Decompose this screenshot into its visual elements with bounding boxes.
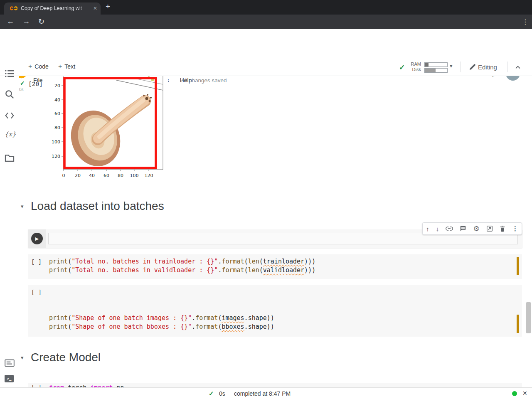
code-cell-trainloader[interactable]: [ ] print("Total no. batches in trainloa… — [28, 254, 522, 279]
more-cell-actions-icon[interactable]: ⋮ — [512, 225, 518, 232]
code-content[interactable]: print("Total no. batches in trainloader … — [49, 258, 315, 275]
files-icon[interactable] — [5, 153, 15, 163]
connected-check-icon: ✓ — [399, 63, 405, 72]
tab-title: Copy of Deep Learning wit — [21, 5, 88, 11]
svg-text:40: 40 — [89, 173, 95, 178]
colab-logo-icon — [10, 5, 17, 11]
forward-icon[interactable]: → — [22, 17, 30, 26]
left-sidebar: {x} >_ — [0, 76, 19, 387]
scrollbar-thumb[interactable] — [526, 302, 531, 333]
ram-label: RAM — [409, 62, 421, 67]
section-title-create-model[interactable]: Create Model — [31, 351, 101, 364]
command-palette-icon[interactable] — [5, 358, 15, 368]
back-icon[interactable]: ← — [7, 17, 14, 26]
status-dot — [512, 391, 517, 396]
section-collapse-icon[interactable]: ▾ — [21, 355, 24, 361]
table-of-contents-icon[interactable] — [5, 69, 15, 79]
cell-prompt: [ ] — [31, 259, 42, 265]
editing-mode-button[interactable]: Editing — [478, 64, 497, 71]
svg-text:80: 80 — [118, 173, 123, 178]
svg-text:120: 120 — [52, 154, 60, 159]
browser-tab[interactable]: Copy of Deep Learning wit ✕ — [4, 2, 101, 15]
delete-cell-icon[interactable] — [500, 225, 505, 232]
code-cell-partial[interactable]: [ ] from torch import nn — [28, 383, 522, 387]
status-duration: 0s — [219, 390, 225, 397]
colab-header: Copy of Deep Learning with PyTorch : Obj… — [0, 29, 532, 58]
cell-prompt: [ ] — [31, 289, 42, 296]
plus-icon: + — [28, 63, 32, 70]
add-code-button[interactable]: +Code — [28, 63, 49, 70]
status-check-icon: ✓ — [209, 390, 214, 397]
ram-usage-bar — [424, 62, 448, 67]
code-snippets-icon[interactable] — [5, 111, 15, 121]
svg-text:80: 80 — [54, 125, 60, 131]
status-close-icon[interactable]: ✕ — [522, 390, 527, 397]
code-content[interactable]: print("Shape of one batch images : {}".f… — [49, 288, 274, 332]
status-bar: ✓ 0s completed at 8:47 PM ✕ — [0, 387, 532, 399]
svg-text:120: 120 — [145, 173, 153, 178]
variables-icon[interactable]: {x} — [5, 131, 15, 140]
tab-strip: Copy of Deep Learning wit ✕ + — [0, 0, 532, 15]
new-tab-button[interactable]: + — [106, 2, 110, 11]
code-content[interactable]: from torch import nn — [49, 384, 124, 387]
divider — [461, 62, 461, 72]
browser-menu-icon[interactable]: ⋮ — [522, 18, 529, 26]
svg-text:100: 100 — [52, 139, 60, 145]
cell-success-check-icon: ✓ — [20, 80, 25, 86]
move-cell-down-icon[interactable]: ↓ — [436, 225, 439, 232]
section-collapse-icon[interactable]: ▾ — [21, 203, 24, 209]
reload-icon[interactable]: ↻ — [38, 17, 44, 26]
url-bar: ← → ↻ colab.research.google.com/drive/1Q… — [0, 15, 532, 29]
notebook-toolbar: +Code +Text ✓ RAM Disk ▾ Editing — [0, 58, 532, 76]
disk-label: Disk — [409, 67, 421, 72]
svg-text:100: 100 — [130, 173, 139, 178]
move-cell-up-icon[interactable]: ↑ — [426, 225, 429, 232]
cell-duration: 0s — [19, 87, 24, 92]
browser-window: Copy of Deep Learning wit ✕ + ← → ↻ cola… — [0, 0, 532, 399]
code-cell-batch-shapes[interactable]: [ ] print("Shape of one batch images : {… — [28, 285, 522, 337]
plus-icon: + — [58, 63, 62, 70]
section-title-load-batches[interactable]: Load dataset into batches — [31, 200, 164, 213]
svg-text:20: 20 — [75, 173, 81, 178]
mirror-cell-icon[interactable] — [486, 225, 493, 232]
run-cell-button[interactable]: ▶ — [31, 233, 43, 244]
terminal-icon[interactable]: >_ — [5, 375, 14, 382]
status-message: completed at 8:47 PM — [234, 390, 291, 397]
cell-prompt: [ ] — [31, 384, 42, 387]
svg-text:60: 60 — [103, 173, 109, 178]
svg-text:60: 60 — [54, 111, 60, 116]
svg-text:40: 40 — [54, 97, 60, 103]
execution-count: [20] — [28, 81, 43, 87]
svg-text:0: 0 — [62, 173, 65, 178]
tab-close-icon[interactable]: ✕ — [93, 5, 97, 11]
pencil-icon — [469, 64, 476, 71]
divider — [507, 62, 507, 72]
resource-bars[interactable] — [424, 62, 448, 74]
saved-status[interactable]: All changes saved — [181, 77, 227, 84]
svg-text:20: 20 — [54, 83, 60, 89]
add-text-button[interactable]: +Text — [58, 63, 75, 70]
cell-settings-gear-icon[interactable]: ⚙ — [473, 224, 479, 233]
collapse-header-chevron-icon[interactable] — [515, 64, 521, 71]
overview-warning-marker — [517, 257, 519, 275]
overview-warning-marker — [517, 315, 519, 333]
copy-link-icon[interactable] — [446, 226, 453, 231]
search-icon[interactable] — [5, 89, 15, 99]
disk-usage-bar — [424, 68, 448, 73]
matplotlib-figure-mushroom-bbox: 2040 6080 100120 020 4060 80100 120 — [48, 76, 168, 180]
resources-dropdown-icon[interactable]: ▾ — [450, 63, 453, 69]
ram-disk-labels: RAM Disk — [409, 62, 421, 72]
cell-toolbar: ↑ ↓ ⚙ ⋮ — [422, 222, 522, 235]
add-comment-icon[interactable] — [460, 225, 466, 232]
